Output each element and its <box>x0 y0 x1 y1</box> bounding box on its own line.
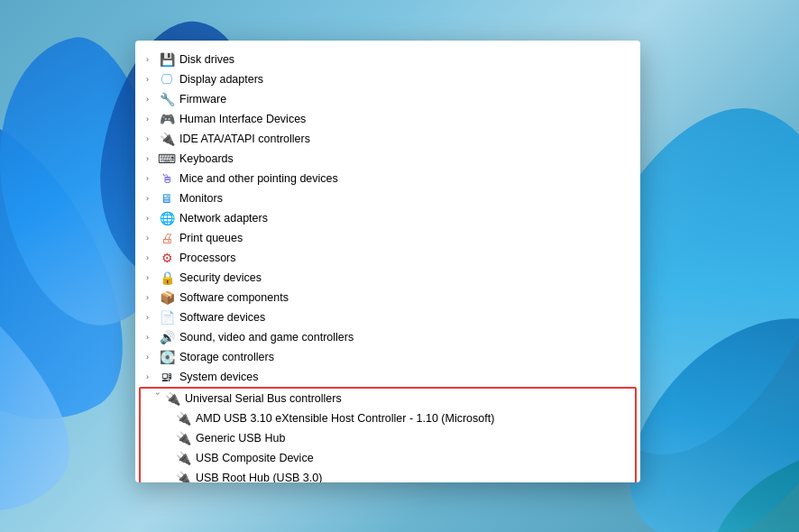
network-label: Network adapters <box>179 212 268 225</box>
tree-item-usb-composite[interactable]: 🔌 USB Composite Device <box>141 448 635 468</box>
mice-icon: 🖱 <box>159 170 175 187</box>
chevron-icon: › <box>146 333 159 342</box>
sw-devices-label: Software devices <box>179 311 265 324</box>
security-label: Security devices <box>179 271 262 284</box>
firmware-label: Firmware <box>179 93 226 105</box>
chevron-icon: › <box>146 75 159 84</box>
chevron-icon: › <box>146 253 159 262</box>
tree-item-sw-devices[interactable]: › 📄 Software devices <box>135 307 640 327</box>
tree-item-network[interactable]: › 🌐 Network adapters <box>135 208 640 228</box>
tree-item-display-adapters[interactable]: › 🖵 Display adapters <box>135 69 640 89</box>
chevron-icon: › <box>146 372 159 381</box>
usb-root-hub-icon: 🔌 <box>175 470 191 482</box>
tree-item-sw-components[interactable]: › 📦 Software components <box>135 288 640 307</box>
tree-item-hid[interactable]: › 🎮 Human Interface Devices <box>135 109 640 129</box>
generic-hub-label: Generic USB Hub <box>196 432 285 445</box>
monitors-icon: 🖥 <box>159 190 175 206</box>
tree-item-ide[interactable]: › 🔌 IDE ATA/ATAPI controllers <box>135 129 640 149</box>
sound-icon: 🔊 <box>159 329 175 345</box>
tree-item-usb-controllers[interactable]: › 🔌 Universal Serial Bus controllers <box>141 389 635 408</box>
ide-icon: 🔌 <box>159 131 175 147</box>
usb-controllers-icon: 🔌 <box>164 390 180 407</box>
usb-controllers-label: Universal Serial Bus controllers <box>185 392 342 405</box>
ide-label: IDE ATA/ATAPI controllers <box>179 133 310 145</box>
generic-hub-icon: 🔌 <box>175 430 191 446</box>
tree-item-generic-hub[interactable]: 🔌 Generic USB Hub <box>141 428 635 448</box>
usb-section: › 🔌 Universal Serial Bus controllers 🔌 A… <box>139 387 637 482</box>
chevron-icon: › <box>146 214 159 223</box>
storage-icon: 💽 <box>159 349 175 365</box>
processors-label: Processors <box>179 252 236 264</box>
network-icon: 🌐 <box>159 210 175 226</box>
chevron-down-icon: › <box>153 392 162 405</box>
firmware-icon: 🔧 <box>159 91 175 107</box>
security-icon: 🔒 <box>159 270 175 286</box>
keyboards-label: Keyboards <box>179 152 234 165</box>
disk-drives-icon: 💾 <box>159 51 175 68</box>
tree-item-keyboards[interactable]: › ⌨ Keyboards <box>135 149 640 169</box>
tree-item-security[interactable]: › 🔒 Security devices <box>135 268 640 288</box>
disk-drives-label: Disk drives <box>179 53 234 66</box>
usb-root-hub-label: USB Root Hub (USB 3.0) <box>196 472 322 482</box>
chevron-icon: › <box>146 154 159 163</box>
tree-item-processors[interactable]: › ⚙ Processors <box>135 248 640 268</box>
usb-composite-icon: 🔌 <box>175 450 191 466</box>
sw-components-label: Software components <box>179 291 289 304</box>
amd-usb-icon: 🔌 <box>175 410 191 427</box>
sound-label: Sound, video and game controllers <box>179 331 354 344</box>
tree-item-usb-root-hub[interactable]: 🔌 USB Root Hub (USB 3.0) <box>141 468 635 482</box>
tree-item-system[interactable]: › 🖳 System devices <box>135 367 640 387</box>
chevron-icon: › <box>146 293 159 302</box>
sw-components-icon: 📦 <box>159 289 175 306</box>
tree-item-storage[interactable]: › 💽 Storage controllers <box>135 347 640 367</box>
system-label: System devices <box>179 371 259 383</box>
storage-label: Storage controllers <box>179 351 274 363</box>
tree-item-amd-usb[interactable]: 🔌 AMD USB 3.10 eXtensible Host Controlle… <box>141 408 635 428</box>
tree-item-sound[interactable]: › 🔊 Sound, video and game controllers <box>135 327 640 347</box>
system-icon: 🖳 <box>159 369 175 385</box>
mice-label: Mice and other pointing devices <box>179 172 338 185</box>
display-adapters-icon: 🖵 <box>159 71 175 87</box>
tree-item-firmware[interactable]: › 🔧 Firmware <box>135 89 640 109</box>
chevron-icon: › <box>146 313 159 322</box>
processors-icon: ⚙ <box>159 250 175 266</box>
chevron-icon: › <box>146 55 159 64</box>
print-icon: 🖨 <box>159 230 175 246</box>
tree-item-monitors[interactable]: › 🖥 Monitors <box>135 188 640 208</box>
monitors-label: Monitors <box>179 192 223 205</box>
keyboards-icon: ⌨ <box>159 151 175 167</box>
tree-item-mice[interactable]: › 🖱 Mice and other pointing devices <box>135 169 640 188</box>
tree-item-print[interactable]: › 🖨 Print queues <box>135 228 640 248</box>
display-adapters-label: Display adapters <box>179 73 263 86</box>
chevron-icon: › <box>146 115 159 124</box>
device-tree[interactable]: › 💾 Disk drives › 🖵 Display adapters › 🔧… <box>135 41 640 482</box>
chevron-icon: › <box>146 273 159 282</box>
chevron-icon: › <box>146 95 159 104</box>
sw-devices-icon: 📄 <box>159 309 175 326</box>
hid-label: Human Interface Devices <box>179 113 306 125</box>
device-manager-window: › 💾 Disk drives › 🖵 Display adapters › 🔧… <box>135 41 640 482</box>
usb-composite-label: USB Composite Device <box>196 452 314 464</box>
chevron-icon: › <box>146 194 159 203</box>
chevron-icon: › <box>146 174 159 183</box>
chevron-icon: › <box>146 234 159 243</box>
amd-usb-label: AMD USB 3.10 eXtensible Host Controller … <box>196 412 494 425</box>
hid-icon: 🎮 <box>159 111 175 127</box>
tree-item-disk-drives[interactable]: › 💾 Disk drives <box>135 50 640 69</box>
chevron-icon: › <box>146 353 159 362</box>
print-label: Print queues <box>179 232 243 244</box>
chevron-icon: › <box>146 134 159 143</box>
